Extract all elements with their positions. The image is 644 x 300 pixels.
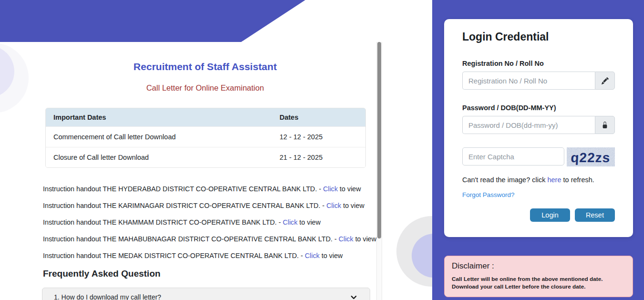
table-header-important-dates: Important Dates [46, 108, 280, 126]
table-header-dates: Dates [280, 108, 365, 126]
pencil-icon [602, 77, 609, 84]
instruction-text: Instruction handout THE MAHABUBNAGAR DIS… [43, 235, 339, 243]
page-title: Recruitment of Staff Assistant [29, 61, 382, 72]
login-card-title: Login Credential [462, 31, 615, 43]
page-subtitle: Call Letter for Online Examination [29, 83, 382, 93]
captcha-text: q22zs [571, 150, 611, 165]
faq-accordion-item-1[interactable]: 1. How do I download my call letter? [42, 288, 370, 300]
instruction-text: Instruction handout THE KARIMNAGAR DISTR… [43, 202, 326, 209]
instruction-text: Instruction handout THE KHAMMAM DISTRICT… [43, 218, 283, 226]
table-cell-date: 21 - 12 - 2025 [280, 147, 365, 167]
login-panel: Login Credential Registration No / Roll … [432, 0, 644, 300]
login-card: Login Credential Registration No / Roll … [444, 19, 633, 237]
forgot-password-link[interactable]: Forgot Password? [462, 191, 515, 198]
instruction-suffix: to view [298, 218, 321, 226]
instruction-click-link[interactable]: Click [326, 202, 341, 209]
important-dates-table: Important Dates Dates Commencement of Ca… [45, 108, 366, 168]
captcha-refresh-line: Can't read the image? click here to refr… [462, 176, 615, 184]
table-row: Commencement of Call letter Download 12 … [46, 126, 365, 147]
password-input-group [462, 116, 615, 134]
scrollbar-thumb[interactable] [377, 42, 381, 238]
main-content: Recruitment of Staff Assistant Call Lett… [29, 42, 382, 300]
registration-label: Registration No / Roll No [462, 60, 615, 67]
refresh-text: Can't read the image? click [462, 176, 547, 184]
instruction-suffix: to view [341, 202, 364, 209]
header-banner [0, 0, 305, 42]
instruction-line: Instruction handout THE MEDAK DISTRICT C… [43, 252, 382, 259]
login-button[interactable]: Login [530, 208, 570, 222]
instruction-text: Instruction handout THE HYDERABAD DISTRI… [43, 185, 323, 193]
table-row: Closure of Call letter Download 21 - 12 … [46, 147, 365, 167]
captcha-input[interactable] [462, 147, 564, 166]
instruction-suffix: to view [353, 235, 376, 243]
disclaimer-heading: Disclaimer : [452, 261, 625, 271]
table-header-row: Important Dates Dates [46, 108, 365, 126]
table-cell-event: Closure of Call letter Download [46, 147, 280, 167]
captcha-row: q22zs [462, 147, 615, 166]
registration-input-group [462, 72, 615, 90]
page: Recruitment of Staff Assistant Call Lett… [0, 0, 644, 300]
faq-heading: Frequently Asked Question [43, 269, 382, 279]
password-label: Password / DOB(DD-MM-YY) [462, 104, 615, 112]
instruction-line: Instruction handout THE MAHABUBNAGAR DIS… [43, 235, 382, 243]
instruction-click-link[interactable]: Click [305, 252, 320, 259]
reset-button[interactable]: Reset [575, 208, 615, 222]
faq-question: 1. How do I download my call letter? [54, 293, 161, 300]
instruction-suffix: to view [338, 185, 361, 193]
instruction-handout-list: Instruction handout THE HYDERABAD DISTRI… [43, 185, 382, 259]
registration-input[interactable] [462, 72, 595, 90]
lock-addon-button[interactable] [595, 116, 615, 134]
password-input[interactable] [462, 116, 595, 134]
instruction-line: Instruction handout THE KARIMNAGAR DISTR… [43, 202, 382, 209]
instruction-click-link[interactable]: Click [283, 218, 298, 226]
instruction-click-link[interactable]: Click [339, 235, 353, 243]
table-cell-event: Commencement of Call letter Download [46, 127, 280, 147]
lock-icon [602, 122, 608, 128]
table-cell-date: 12 - 12 - 2025 [280, 127, 365, 147]
chevron-down-icon [350, 294, 357, 300]
login-buttons-row: Login Reset [462, 208, 615, 222]
instruction-text: Instruction handout THE MEDAK DISTRICT C… [43, 252, 305, 259]
edit-addon-button[interactable] [595, 72, 615, 90]
instruction-line: Instruction handout THE KHAMMAM DISTRICT… [43, 218, 382, 226]
instruction-click-link[interactable]: Click [323, 185, 338, 193]
disclaimer-body: Call Letter will be online from the abov… [452, 276, 625, 291]
captcha-image: q22zs [567, 147, 615, 166]
refresh-suffix: to refresh. [561, 176, 594, 184]
disclaimer-box: Disclaimer : Call Letter will be online … [444, 256, 633, 297]
instruction-suffix: to view [320, 252, 343, 259]
instruction-line: Instruction handout THE HYDERABAD DISTRI… [43, 185, 382, 193]
refresh-here-link[interactable]: here [547, 176, 561, 184]
